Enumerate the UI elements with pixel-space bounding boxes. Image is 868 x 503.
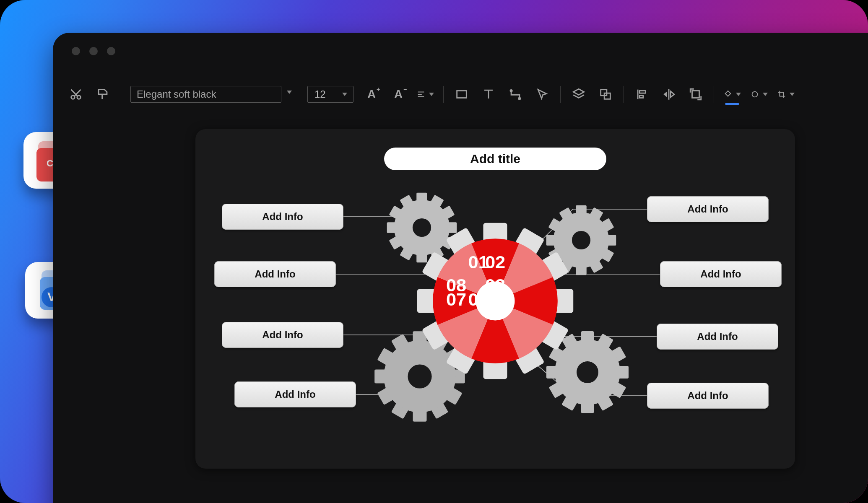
- format-painter-icon[interactable]: [94, 86, 112, 103]
- text-tool-icon[interactable]: [480, 86, 497, 103]
- layers-icon[interactable]: [570, 86, 587, 103]
- toolbar-separator: [121, 86, 121, 103]
- crop-icon[interactable]: [777, 86, 795, 103]
- info-box-l2[interactable]: Add Info: [214, 261, 336, 287]
- info-box-r1[interactable]: Add Info: [647, 196, 769, 222]
- size-position-icon[interactable]: [687, 86, 704, 103]
- segmented-wheel[interactable]: 01 02 03 04 05 06 07 08: [430, 236, 560, 366]
- app-window: Elegant soft black 12 A+ A−: [53, 33, 868, 503]
- info-box-l1[interactable]: Add Info: [222, 204, 343, 230]
- chevron-down-icon: [287, 91, 292, 94]
- align-icon[interactable]: [416, 86, 434, 103]
- svg-point-7: [519, 98, 520, 99]
- window-max-dot[interactable]: [107, 47, 115, 55]
- pointer-tool-icon[interactable]: [533, 86, 551, 103]
- info-box-l3[interactable]: Add Info: [222, 322, 343, 348]
- font-size-value: 12: [314, 88, 326, 100]
- svg-rect-10: [639, 91, 645, 93]
- connector-tool-icon[interactable]: [507, 86, 524, 103]
- seg-02: 02: [485, 252, 505, 272]
- info-box-r2[interactable]: Add Info: [660, 261, 782, 287]
- svg-point-13: [752, 92, 758, 97]
- info-box-l4[interactable]: Add Info: [234, 381, 356, 407]
- seg-06: 06: [468, 289, 489, 309]
- chevron-down-icon: [342, 93, 347, 96]
- group-icon[interactable]: [597, 86, 614, 103]
- background-card: CAD V: [0, 0, 868, 503]
- flip-horizontal-icon[interactable]: [660, 86, 678, 103]
- font-size-select[interactable]: 12: [307, 86, 353, 103]
- diagram-canvas[interactable]: Add title: [195, 129, 795, 469]
- toolbar-separator: [560, 86, 561, 103]
- toolbar-separator: [714, 86, 714, 103]
- svg-point-4: [77, 96, 81, 99]
- increase-font-icon[interactable]: A+: [363, 86, 380, 103]
- toolbar-separator: [443, 86, 444, 103]
- toolbar: Elegant soft black 12 A+ A−: [53, 81, 868, 108]
- svg-rect-5: [457, 91, 467, 98]
- toolbar-divider: [53, 69, 868, 69]
- cut-icon[interactable]: [67, 86, 85, 103]
- font-name-value: Elegant soft black: [137, 88, 216, 100]
- svg-point-3: [71, 96, 75, 99]
- svg-rect-11: [639, 96, 643, 98]
- window-close-dot[interactable]: [72, 47, 80, 55]
- align-left-icon[interactable]: [633, 86, 651, 103]
- decrease-font-icon[interactable]: A−: [390, 86, 407, 103]
- fill-color-icon[interactable]: [723, 86, 741, 103]
- seg-08: 08: [446, 275, 466, 295]
- shape-rect-icon[interactable]: [453, 86, 470, 103]
- info-box-r3[interactable]: Add Info: [657, 324, 778, 350]
- toolbar-separator: [624, 86, 624, 103]
- window-min-dot[interactable]: [89, 47, 98, 55]
- font-name-select[interactable]: Elegant soft black: [130, 86, 281, 103]
- info-box-r4[interactable]: Add Info: [647, 383, 769, 409]
- svg-point-6: [510, 90, 512, 91]
- window-controls[interactable]: [72, 47, 115, 55]
- svg-rect-12: [692, 91, 699, 98]
- line-style-icon[interactable]: [750, 86, 768, 103]
